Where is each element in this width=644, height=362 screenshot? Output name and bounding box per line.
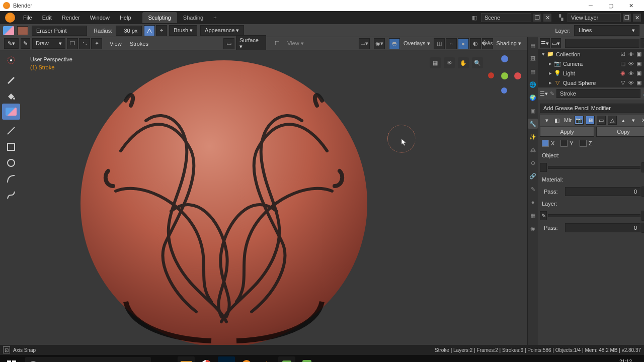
prop-tab-extra[interactable]: ◉ (528, 223, 538, 233)
mirror-object-icon[interactable] (540, 163, 547, 172)
outliner-item-light[interactable]: ▸ 💡 Light ◉👁▣📷 (538, 68, 644, 78)
modifier-show-cage[interactable]: △ (608, 116, 617, 125)
orientation-gizmo[interactable] (486, 55, 521, 96)
task-view-button[interactable]: ⧉ (153, 355, 176, 362)
viewport-zoom-icon[interactable]: 🔍 (472, 57, 483, 68)
prop-tab-object[interactable]: ▣ (528, 106, 538, 116)
prop-tab-material[interactable]: ● (528, 197, 538, 207)
tray-notifications-icon[interactable]: ▭ (636, 355, 644, 362)
taskbar-app-green1[interactable] (278, 356, 295, 362)
prop-tab-render[interactable]: ▤ (528, 40, 538, 50)
mirror-object-field[interactable] (548, 166, 640, 169)
gizmo-y-icon[interactable] (501, 72, 508, 79)
view-menu[interactable]: View (106, 39, 126, 48)
tool-draw[interactable] (2, 71, 20, 87)
material-pass-invert[interactable]: ↔ (641, 187, 644, 197)
gizmo-x-icon[interactable] (514, 72, 521, 79)
prop-tab-physics[interactable]: ⊙ (528, 158, 538, 168)
workspace-tab-sculpting[interactable]: Sculpting (142, 12, 177, 23)
tool-line[interactable] (2, 123, 20, 139)
brush-menu[interactable]: Brush ▾ (169, 25, 197, 36)
taskbar-app-explorer[interactable] (178, 356, 195, 362)
outliner-search[interactable] (565, 39, 639, 48)
mirror-object-eyedropper[interactable]: ✎ (641, 162, 644, 172)
shading-menu[interactable]: Shading ▾ (494, 39, 524, 48)
outliner-editor-type[interactable]: ☰▾ (540, 38, 550, 48)
tool-box[interactable] (2, 139, 20, 155)
prop-tab-effects[interactable]: ✨ (528, 132, 538, 142)
header-popover-2[interactable]: ◉▾ (374, 38, 385, 49)
add-modifier-dropdown[interactable]: Add Grease Pencil Modifier▾ (540, 104, 644, 113)
modifier-show-editmode[interactable]: ▭ (597, 116, 606, 125)
header-popover-1[interactable]: ▭▾ (359, 38, 370, 49)
window-close-button[interactable]: ✕ (621, 0, 641, 11)
tool-curve[interactable] (2, 187, 20, 203)
taskbar-app-chrome[interactable] (198, 356, 215, 362)
scene-new-button[interactable]: ❐ (533, 13, 542, 22)
gizmo-neg-z-icon[interactable] (501, 87, 507, 94)
mirror-z-checkbox[interactable] (580, 140, 587, 147)
drawing-plane-select[interactable]: View ▾ (284, 39, 309, 48)
menu-edit[interactable]: Edit (37, 13, 57, 23)
radius-unit-toggle[interactable]: ⌖ (156, 25, 167, 36)
header-icon-2[interactable]: ⇋ (79, 38, 90, 49)
overlays-toggle[interactable]: ◓ (389, 38, 400, 49)
viewlayer-name-field[interactable]: View Layer (568, 13, 621, 22)
tool-arc[interactable] (2, 171, 20, 187)
overlays-menu[interactable]: Overlays ▾ (400, 39, 433, 48)
mirror-y-checkbox[interactable] (560, 140, 568, 147)
viewlayer-new-button[interactable]: ❐ (622, 13, 631, 22)
layer-icon[interactable]: ✎ (540, 211, 547, 220)
view-checkbox[interactable]: ☐ (272, 38, 283, 49)
menu-window[interactable]: Window (85, 13, 115, 23)
modifier-delete[interactable]: ✕ (639, 116, 644, 124)
menu-render[interactable]: Render (57, 13, 85, 23)
outliner-item-camera[interactable]: ▸ 📷 Camera ⬚👁▣📷 (538, 59, 644, 68)
radius-field[interactable]: 30 px (116, 26, 142, 36)
prop-tab-output[interactable]: 🖼 (528, 53, 538, 63)
viewport-camera-icon[interactable]: 👁 (444, 57, 455, 68)
outliner-item-quadsphere[interactable]: ▸ ▽ Quad Sphere ▽👁▣📷 (538, 78, 644, 87)
material-pass-field[interactable]: 0 (565, 187, 640, 196)
mode-icon[interactable]: ✎ (21, 38, 30, 49)
shading-lookdev[interactable]: ◐ (470, 38, 481, 49)
menu-help[interactable]: Help (115, 13, 136, 23)
blender-icon[interactable] (5, 13, 15, 23)
window-minimize-button[interactable]: ─ (581, 0, 601, 11)
prop-tab-world[interactable]: 🌍 (528, 93, 538, 103)
modifier-show-render[interactable]: 📷 (575, 116, 584, 125)
placement-icon[interactable]: ▭ (223, 38, 234, 49)
shading-wireframe[interactable]: ○ (446, 38, 457, 49)
mirror-x-checkbox[interactable] (542, 140, 549, 147)
prop-tab-data[interactable]: ✎ (528, 184, 538, 194)
taskbar-app-vlc[interactable] (258, 356, 275, 362)
shading-solid[interactable]: ● (458, 38, 469, 49)
prop-tab-modifier[interactable]: 🔧 (528, 119, 538, 129)
tool-circle[interactable] (2, 155, 20, 171)
outliner-collection-row[interactable]: ▾ 📁 Collection ☑👁▣📷 (538, 49, 644, 59)
workspace-tab-add[interactable]: + (209, 12, 220, 23)
scene-name-field[interactable]: Scene (481, 13, 531, 22)
layer-field[interactable] (548, 214, 640, 217)
taskbar-search[interactable]: Digite aqui para pesquisar (25, 357, 151, 362)
viewlayer-browse-icon[interactable]: ▚ (556, 13, 566, 22)
workspace-tab-shading[interactable]: Shading (177, 12, 209, 23)
layer-pass-field[interactable]: 0 (565, 223, 640, 232)
prop-tab-particles[interactable]: ⁂ (528, 145, 538, 155)
appearance-menu[interactable]: Appearance ▾ (200, 25, 244, 36)
outliner-display-mode[interactable]: ▭▾ (551, 38, 561, 48)
brush-name-field[interactable]: Eraser Point (32, 26, 87, 36)
strokes-menu[interactable]: Strokes (126, 39, 152, 48)
tool-erase[interactable] (2, 104, 20, 120)
taskbar-app-photoshop[interactable]: Ps (218, 356, 235, 362)
modifier-show-viewport[interactable]: 🖥 (586, 116, 595, 125)
tool-fill[interactable] (2, 87, 20, 104)
taskbar-clock[interactable]: 21:12 04/02/2019 (603, 359, 636, 362)
window-maximize-button[interactable]: ▢ (601, 0, 621, 11)
prop-tab-viewlayer[interactable]: ▤ (528, 66, 538, 76)
editor-type-select[interactable]: ✎▾ (4, 38, 19, 49)
outliner-tree[interactable]: ▾ 📁 Collection ☑👁▣📷 ▸ 📷 Camera ⬚👁▣📷 ▸ 💡 … (538, 49, 644, 87)
layer-invert[interactable]: ↔ (641, 211, 644, 221)
prop-tab-constraints[interactable]: 🔗 (528, 171, 538, 181)
shading-rendered[interactable]: �ês (482, 38, 493, 49)
